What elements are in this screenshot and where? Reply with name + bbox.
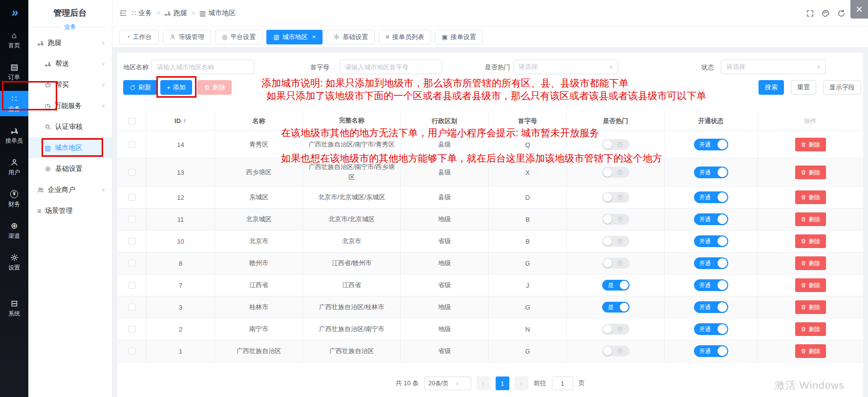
select-all-checkbox[interactable] <box>129 118 135 125</box>
hot-toggle[interactable]: 否 <box>602 258 629 269</box>
row-checkbox[interactable] <box>129 282 135 289</box>
sidebar-item-bangsong[interactable]: 帮送∨ <box>28 53 112 74</box>
row-checkbox[interactable] <box>129 141 135 148</box>
status-toggle[interactable]: 开通 <box>694 279 728 291</box>
refresh-button[interactable]: 刷新 <box>123 80 157 95</box>
sidebar-item-paotui[interactable]: 跑腿∧ <box>28 32 112 53</box>
status-toggle[interactable]: 开通 <box>694 139 728 150</box>
row-checkbox[interactable] <box>129 326 135 333</box>
row-checkbox[interactable] <box>129 304 135 311</box>
breadcrumb-item[interactable]: ▥城市地区 <box>199 9 236 18</box>
sidebar-item-wanneng[interactable]: ◷万能服务∨ <box>28 95 112 116</box>
hot-toggle[interactable]: 否 <box>602 192 629 203</box>
tab-platform[interactable]: ◎平台设置 <box>215 30 262 44</box>
display-fields-button[interactable]: 显示字段 <box>823 80 861 95</box>
hot-toggle[interactable]: 否 <box>602 236 629 247</box>
hot-toggle[interactable]: 是 <box>602 302 629 313</box>
hot-toggle[interactable]: 否 <box>602 346 629 356</box>
goto-page-input[interactable] <box>552 376 573 390</box>
sidebar-item-label: 场景管理 <box>45 207 72 215</box>
sidebar-item-label: 认证审核 <box>55 123 83 131</box>
page-size-select[interactable]: 20条/页 ∨ <box>424 376 471 390</box>
hot-toggle[interactable]: 否 <box>602 139 629 150</box>
rail-item-users[interactable]: 用户 <box>0 154 28 180</box>
rail-item-settings[interactable]: 设置 <box>0 250 28 275</box>
tab-courier-list[interactable]: ≡接单员列表 <box>379 30 431 44</box>
row-delete-button[interactable]: 删除 <box>795 300 826 314</box>
hot-select[interactable]: 请选择 ∨ <box>513 60 618 74</box>
rail-item-home[interactable]: ⌂首页 <box>0 27 28 53</box>
row-delete-button[interactable]: 删除 <box>795 190 826 204</box>
rail-item-channels[interactable]: ⊕渠道 <box>0 218 28 243</box>
cell-initial: N <box>489 318 567 340</box>
row-delete-button[interactable]: 删除 <box>795 256 826 270</box>
rail-item-finance[interactable]: ¥财务 <box>0 186 28 211</box>
row-delete-button[interactable]: 删除 <box>795 234 826 248</box>
row-delete-button[interactable]: 删除 <box>795 344 826 358</box>
theme-palette-icon[interactable] <box>822 9 830 18</box>
close-icon[interactable]: × <box>850 0 868 19</box>
status-toggle[interactable]: 开通 <box>694 191 728 203</box>
search-button[interactable]: 搜索 <box>759 80 784 95</box>
breadcrumb-item[interactable]: ∷业务 <box>131 9 152 18</box>
rail-item-system[interactable]: ⊟系统 <box>0 295 28 321</box>
sidebar-item-renzheng[interactable]: 认证审核 <box>28 116 112 137</box>
sidebar-item-city-region[interactable]: ▥城市地区 <box>28 137 112 158</box>
status-toggle[interactable]: 开通 <box>694 235 728 247</box>
status-toggle[interactable]: 开通 <box>694 323 728 335</box>
sidebar-item-bangmai[interactable]: 帮买∨ <box>28 74 112 95</box>
hot-toggle[interactable]: 否 <box>602 324 629 334</box>
current-page-button[interactable]: 1 <box>496 376 509 390</box>
row-checkbox[interactable] <box>129 194 135 201</box>
hot-toggle[interactable]: 否 <box>602 214 629 225</box>
status-toggle[interactable]: 开通 <box>694 345 728 357</box>
rail-item-couriers[interactable]: 接单员 <box>0 123 28 148</box>
tab-city-region[interactable]: ▥城市地区× <box>266 30 323 44</box>
row-checkbox[interactable] <box>129 238 135 245</box>
tab-level[interactable]: 等级管理 <box>163 30 211 44</box>
row-delete-button[interactable]: 删除 <box>795 278 826 292</box>
status-toggle[interactable]: 开通 <box>694 167 728 178</box>
breadcrumb-item[interactable]: 跑腿 <box>164 9 187 18</box>
trash-icon <box>801 194 806 200</box>
compass-icon: ◷ <box>44 103 50 109</box>
next-page-button[interactable]: › <box>515 376 528 390</box>
sidebar-item-changjing[interactable]: ≡场景管理 <box>28 200 112 221</box>
add-button[interactable]: + 添加 <box>160 80 192 95</box>
app-logo[interactable]: » <box>0 6 28 20</box>
refresh-page-icon[interactable] <box>837 9 846 18</box>
reset-button[interactable]: 重置 <box>791 80 816 95</box>
list-icon: ≡ <box>37 208 41 214</box>
row-checkbox[interactable] <box>129 260 135 267</box>
tab-order-settings[interactable]: ▣接单设置 <box>435 30 483 44</box>
row-checkbox[interactable] <box>129 216 135 223</box>
tab-workbench[interactable]: ◔工作台 <box>119 30 159 44</box>
hot-toggle[interactable]: 是 <box>602 280 629 291</box>
row-delete-button[interactable]: 删除 <box>795 138 826 151</box>
fullscreen-icon[interactable] <box>806 9 814 18</box>
sidebar-item-jichu[interactable]: 基础设置 <box>28 158 112 179</box>
delete-button-disabled[interactable]: 删除 <box>197 80 232 95</box>
prev-page-button[interactable]: ‹ <box>477 376 490 390</box>
sort-icon[interactable]: ▲▼ <box>183 119 187 123</box>
initial-letter-input[interactable] <box>340 60 442 74</box>
region-name-input[interactable] <box>152 60 254 74</box>
collapse-sidebar-icon[interactable] <box>119 9 127 17</box>
row-delete-button[interactable]: 删除 <box>795 166 826 179</box>
row-checkbox[interactable] <box>129 348 135 355</box>
topbar-actions <box>806 0 846 26</box>
table-row: 11北京城区北京市/北京城区地级B否开通删除 <box>117 209 863 230</box>
status-toggle[interactable]: 开通 <box>694 301 728 313</box>
status-toggle[interactable]: 开通 <box>694 213 728 225</box>
sidebar-item-qiye[interactable]: 企业商户∨ <box>28 179 112 200</box>
row-delete-button[interactable]: 删除 <box>795 322 826 336</box>
row-delete-button[interactable]: 删除 <box>795 212 826 226</box>
status-toggle[interactable]: 开通 <box>694 257 728 269</box>
row-checkbox[interactable] <box>129 169 135 176</box>
status-select[interactable]: 请选择 ∨ <box>721 60 826 74</box>
tab-close-icon[interactable]: × <box>312 33 316 41</box>
hot-toggle[interactable]: 否 <box>602 167 629 178</box>
rail-item-business[interactable]: ∷业务 <box>0 91 28 116</box>
tab-basic[interactable]: 基础设置 <box>326 30 375 44</box>
rail-item-orders[interactable]: ▤订单 <box>0 59 28 84</box>
